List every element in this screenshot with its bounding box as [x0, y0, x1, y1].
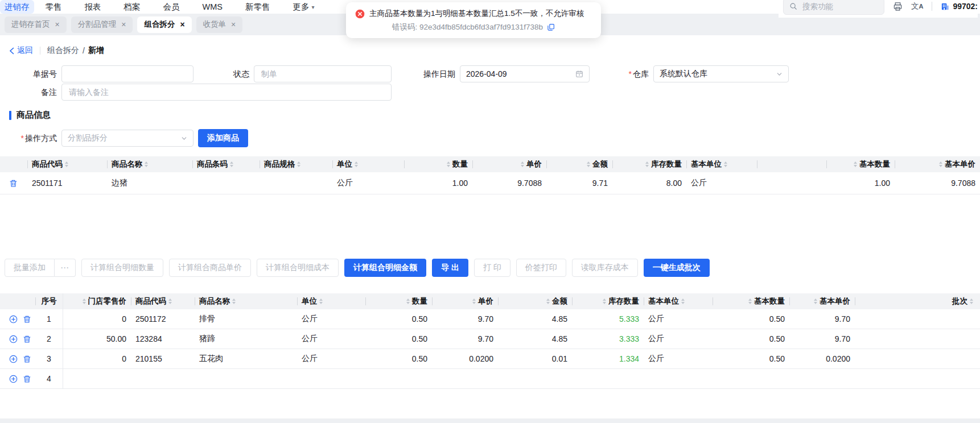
operation-value: 分割品拆分 — [68, 133, 178, 143]
remark-field[interactable] — [61, 84, 392, 101]
col-unit — [297, 369, 365, 388]
column-header-col-amount[interactable]: 金额 — [498, 293, 572, 309]
close-icon[interactable]: × — [55, 20, 60, 29]
divider — [40, 47, 40, 55]
table-row: 102501172排骨公斤0.509.704.855.333公斤0.509.70 — [0, 309, 980, 329]
operation-select[interactable]: 分割品拆分 — [61, 130, 193, 147]
column-header-col-product-code[interactable]: 商品代码 — [131, 293, 195, 309]
column-header-col-stock-qty[interactable]: 库存数量 — [612, 156, 686, 172]
account-info[interactable]: 99702: — [941, 2, 978, 11]
trash-icon[interactable] — [23, 315, 31, 324]
add-product-button[interactable]: 添加商品 — [198, 129, 248, 147]
column-header-col-unit[interactable]: 单位 — [297, 293, 365, 309]
trash-icon[interactable] — [23, 335, 31, 343]
nav-item-3[interactable]: 报表 — [73, 0, 113, 14]
printer-icon[interactable] — [893, 2, 903, 11]
export-button[interactable]: 导 出 — [432, 259, 468, 277]
column-header-col-batch[interactable]: 批次 — [855, 293, 980, 309]
close-icon[interactable]: × — [231, 20, 236, 29]
column-header-col-price[interactable]: 单价 — [472, 156, 546, 172]
col-product-name: 猪蹄 — [195, 329, 297, 349]
opdate-field[interactable]: 2026-04-09 — [460, 65, 590, 82]
calc-combo-detail-qty-button[interactable]: 计算组合明细数量 — [81, 259, 163, 277]
main-product-table: 商品代码商品名称商品条码商品规格单位数量单价金额库存数量基本单位基本数量基本单价… — [0, 156, 980, 194]
column-header-col-base-price[interactable]: 基本单价 — [789, 293, 855, 309]
calc-combo-detail-cost-button[interactable]: 计算组合明细成本 — [257, 259, 339, 277]
translate-icon[interactable]: 文A — [911, 1, 923, 11]
label-print-button[interactable]: 价签打印 — [516, 259, 566, 277]
column-header-col-base-unit[interactable]: 基本单位 — [644, 293, 713, 309]
nav-item-5[interactable]: 会员 — [152, 0, 191, 14]
column-header-col-base-qty[interactable]: 基本数量 — [826, 156, 895, 172]
col-stock-qty: 8.00 — [612, 172, 686, 194]
nav-item-6[interactable]: WMS — [191, 0, 234, 14]
col-batch — [855, 369, 980, 388]
column-header-col-seq[interactable]: 序号 — [35, 293, 63, 309]
docno-field[interactable] — [61, 65, 193, 82]
column-header-col-base-qty[interactable]: 基本数量 — [713, 293, 789, 309]
circle-plus-icon[interactable] — [9, 375, 18, 383]
sort-icon — [854, 161, 857, 167]
close-icon[interactable]: × — [121, 20, 126, 29]
column-header-col-base-unit[interactable]: 基本单位 — [686, 156, 757, 172]
tab-label: 组合拆分 — [144, 19, 175, 30]
search-input[interactable] — [801, 2, 872, 11]
close-icon[interactable]: × — [180, 20, 184, 29]
column-header-col-qty[interactable]: 数量 — [365, 293, 432, 309]
caret-down-icon: ▾ — [311, 4, 314, 10]
back-label: 返回 — [17, 45, 33, 56]
generate-batch-button[interactable]: 一键生成批次 — [644, 259, 710, 277]
nav-item-2[interactable]: 零售 — [34, 0, 73, 14]
tab-label: 进销存首页 — [11, 19, 50, 30]
column-header-col-unit[interactable]: 单位 — [332, 156, 404, 172]
calc-combo-detail-amount-button[interactable]: 计算组合明细金额 — [344, 259, 426, 277]
column-header-col-qty[interactable]: 数量 — [404, 156, 472, 172]
table-row: 4 — [0, 369, 980, 389]
column-header-col-stock-qty[interactable]: 库存数量 — [572, 293, 644, 309]
circle-plus-icon[interactable] — [9, 355, 18, 363]
column-header-col-price[interactable]: 单价 — [432, 293, 498, 309]
tab-3[interactable]: 组合拆分× — [137, 16, 191, 33]
batch-add-button[interactable]: 批量添加⋯ — [5, 259, 76, 277]
ellipsis-icon[interactable]: ⋯ — [55, 259, 76, 277]
column-header-col-barcode[interactable]: 商品条码 — [192, 156, 260, 172]
trash-icon[interactable] — [23, 375, 31, 383]
circle-plus-icon[interactable] — [9, 335, 18, 343]
tab-2[interactable]: 分割品管理× — [71, 16, 133, 33]
tab-1[interactable]: 进销存首页× — [5, 16, 67, 33]
column-header-col-spec[interactable]: 商品规格 — [260, 156, 332, 172]
nav-item-7[interactable]: 新零售 — [234, 0, 282, 14]
tab-4[interactable]: 收货单× — [196, 16, 243, 33]
docno-label: 单据号 — [0, 65, 57, 82]
copy-icon[interactable] — [547, 23, 555, 31]
column-header-col-product-name[interactable]: 商品名称 — [195, 293, 297, 309]
sort-icon — [748, 298, 752, 304]
search-box[interactable] — [783, 0, 884, 15]
remark-input[interactable] — [68, 87, 385, 97]
warehouse-select[interactable]: 系统默认仓库 — [653, 65, 789, 82]
col-product-code: 2501171 — [27, 172, 107, 194]
column-header-col-amount[interactable]: 金额 — [546, 156, 612, 172]
trash-icon[interactable] — [23, 355, 31, 363]
nav-item-4[interactable]: 档案 — [113, 0, 152, 14]
docno-input[interactable] — [68, 69, 187, 79]
column-header-col-retail-price[interactable]: 门店零售价 — [63, 293, 131, 309]
table-row: 2501171边猪公斤1.009.70889.718.00公斤1.009.708… — [0, 172, 980, 194]
nav-item-1[interactable]: 进销存 — [0, 0, 34, 14]
status-input[interactable] — [260, 69, 385, 79]
toast-message: 主商品基本数量为1与明细基本数量汇总1.5不一致，不允许审核 — [369, 9, 584, 19]
column-header-col-base-price[interactable]: 基本单价 — [895, 156, 980, 172]
nav-item-8[interactable]: 更多▾ — [281, 0, 326, 14]
column-header-col-product-name[interactable]: 商品名称 — [107, 156, 192, 172]
column-header-col-product-code[interactable]: 商品代码 — [27, 156, 107, 172]
print-button[interactable]: 打 印 — [474, 259, 510, 277]
back-button[interactable]: 返回 — [9, 45, 33, 56]
search-icon — [789, 2, 797, 10]
col-batch — [855, 329, 980, 349]
read-stock-cost-button[interactable]: 读取库存成本 — [572, 259, 638, 277]
col-base-unit: 公斤 — [686, 172, 757, 194]
calc-combo-product-price-button[interactable]: 计算组合商品单价 — [169, 259, 251, 277]
circle-plus-icon[interactable] — [9, 315, 18, 324]
status-field[interactable] — [254, 65, 392, 82]
trash-icon[interactable] — [9, 179, 18, 188]
